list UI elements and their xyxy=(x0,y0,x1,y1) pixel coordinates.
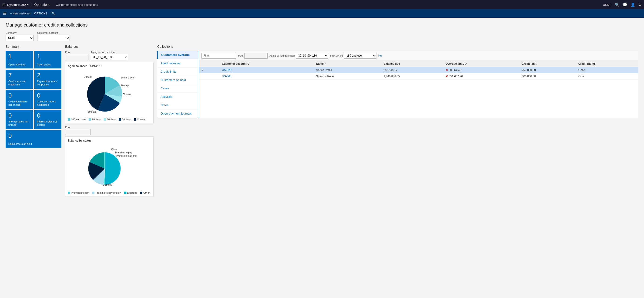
pool2-input[interactable] xyxy=(65,129,91,135)
legend-label-current: Current xyxy=(137,118,146,121)
balances-aging-select[interactable]: 30_60_90_180 30_60_90 60_90_180 xyxy=(91,54,128,60)
brand-chevron-icon[interactable]: ▾ xyxy=(27,4,28,6)
tile-sales-orders-on-hold[interactable]: 0 Sales orders on hold xyxy=(6,130,62,148)
tile-open-activities-number: 1 xyxy=(8,53,30,59)
label-promised: Promised to pay xyxy=(115,151,132,154)
balances-pool-group: Pool xyxy=(65,51,88,60)
brand-logo[interactable]: Dynamics 365 ▾ xyxy=(7,3,28,7)
legend-dot-other xyxy=(140,192,142,194)
collections-table-area: Pool Aging period definition 30_60_90_18… xyxy=(199,51,638,118)
hamburger-icon[interactable]: ☰ xyxy=(3,11,6,16)
tile-customers-over-credit[interactable]: 7 Customers over credit limit xyxy=(6,70,33,89)
pie-segment-promised xyxy=(104,152,121,185)
pool2-filter-group: Pool xyxy=(65,126,154,135)
col-credit-rating[interactable]: Credit rating xyxy=(576,61,638,67)
options-button[interactable]: OPTIONS xyxy=(34,12,48,15)
row-credit-limit-us023: 250,000.00 xyxy=(520,67,576,73)
aged-balances-pie-container: 180 and over 90 days 60 days 30 days Cur… xyxy=(68,70,151,116)
collections-aging-select[interactable]: 30_60_90_180 30_60_90 xyxy=(296,53,328,59)
row-overdue-us023: ✕ 30,064.49 xyxy=(443,67,520,73)
label-broken: Promise to pay broken xyxy=(116,155,137,157)
collections-aging-group: Aging period definition 30_60_90_180 30_… xyxy=(270,53,328,59)
col-name[interactable]: Name ↑ xyxy=(314,61,381,67)
tile-open-cases[interactable]: 1 Open cases xyxy=(34,51,62,69)
company-label: Company xyxy=(6,32,34,34)
label-other: Other xyxy=(111,148,117,151)
customer-account-select[interactable] xyxy=(37,35,70,41)
legend-dot-current xyxy=(134,118,136,121)
tile-collection-letters-not-printed[interactable]: 0 Collection letters not printed xyxy=(6,90,33,109)
nav-item-cases[interactable]: Cases xyxy=(157,84,199,93)
nav-item-open-payment-journals[interactable]: Open payment journals xyxy=(157,109,199,118)
summary-tiles-grid: 1 Open activities 1 Open cases 7 Custome… xyxy=(6,51,62,148)
legend-dot-broken xyxy=(92,192,94,194)
legend-promise-broken: Promise to pay broken xyxy=(92,191,121,194)
collections-filter-input[interactable] xyxy=(202,53,236,59)
nav-item-activities[interactable]: Activities xyxy=(157,93,199,101)
collections-aging-label: Aging period definition xyxy=(270,54,295,57)
chat-icon[interactable]: 💬 xyxy=(622,3,627,7)
table-header-row: Customer account ▽ Name ↑ Balance due Ov… xyxy=(199,61,638,67)
tile-clnp-number: 0 xyxy=(8,92,30,99)
tile-payment-journals[interactable]: 2 Payment journals not posted xyxy=(34,70,62,89)
row-account-us023[interactable]: US-023 xyxy=(220,67,314,73)
col-overdue-amount[interactable]: Overdue am... ▽ xyxy=(443,61,520,67)
grid-icon[interactable]: ⊞ xyxy=(2,3,5,7)
tile-clnpost-number: 0 xyxy=(37,92,59,99)
collections-pool-input[interactable] xyxy=(244,53,268,59)
label-60days: 60 days xyxy=(123,93,131,96)
row-account-us008[interactable]: US-008 xyxy=(220,73,314,80)
customer-account-link-us008[interactable]: US-008 xyxy=(222,75,232,78)
nav-item-customers-overdue[interactable]: Customers overdue xyxy=(157,51,199,59)
table-row[interactable]: ✓ US-023 Shrike Retail 299,915.12 ✕ 30,0… xyxy=(199,67,638,73)
search-icon[interactable]: 🔍 xyxy=(615,3,619,7)
settings-icon[interactable]: ⚙ xyxy=(638,3,642,7)
balances-pool-input[interactable] xyxy=(65,54,88,60)
col-balance-due[interactable]: Balance due xyxy=(381,61,443,67)
legend-dot-30days xyxy=(119,118,121,121)
collections-first-period-select[interactable]: 180 and over 90 days 60 days 30 days xyxy=(344,53,376,59)
nav-item-customers-on-hold[interactable]: Customers on hold xyxy=(157,76,199,84)
user-icon[interactable]: 👤 xyxy=(630,3,635,7)
collections-filters: Pool Aging period definition 30_60_90_18… xyxy=(199,51,638,61)
collections-pool-group: Pool xyxy=(238,53,268,59)
legend-label-promised: Promised to pay xyxy=(71,191,89,194)
top-nav-right: USMF 🔍 💬 👤 ⚙ xyxy=(603,3,642,7)
nav-item-notes[interactable]: Notes xyxy=(157,101,199,109)
col-credit-limit[interactable]: Credit limit xyxy=(520,61,576,67)
label-90days: 90 days xyxy=(121,84,129,87)
company-select[interactable]: USMF xyxy=(6,35,34,41)
tile-open-activities[interactable]: 1 Open activities xyxy=(6,51,33,69)
tile-interest-notes-not-posted[interactable]: 0 Interest notes not posted xyxy=(34,110,62,129)
table-row[interactable]: US-008 Sparrow Retail 1,446,846.65 ✕ 551… xyxy=(199,73,638,80)
legend-promised: Promised to pay xyxy=(68,191,89,194)
secondary-search-icon[interactable]: 🔍 xyxy=(52,12,55,15)
nav-item-aged-balances[interactable]: Aged balances xyxy=(157,59,199,68)
row-check-us008 xyxy=(199,73,220,80)
new-button-label[interactable]: Ne xyxy=(378,54,382,57)
page-title: Manage customer credit and collections xyxy=(6,22,638,28)
collections-section: Collections Customers overdue Aged balan… xyxy=(157,45,638,118)
tile-clnpost-label: Collection letters not posted xyxy=(37,100,59,107)
legend-label-90days: 90 days xyxy=(92,118,101,121)
legend-dot-90days xyxy=(89,118,91,121)
col-customer-account[interactable]: Customer account ▽ xyxy=(220,61,314,67)
page-breadcrumb: Customer credit and collections xyxy=(56,3,98,7)
legend-180over: 180 and over xyxy=(68,118,86,121)
collections-layout: Customers overdue Aged balances Credit l… xyxy=(157,51,638,118)
tile-collection-letters-not-posted[interactable]: 0 Collection letters not posted xyxy=(34,90,62,109)
row-balance-us023: 299,915.12 xyxy=(381,67,443,73)
tile-clnp-label: Collection letters not printed xyxy=(8,100,30,107)
summary-section: Summary 1 Open activities 1 Open cases 7… xyxy=(6,45,62,148)
nav-item-credit-limits[interactable]: Credit limits xyxy=(157,68,199,76)
new-customer-button[interactable]: + New customer xyxy=(10,12,30,15)
legend-label-disputed: Disputed xyxy=(127,191,137,194)
balances-pool-label: Pool xyxy=(65,51,88,54)
tile-interest-notes-not-printed[interactable]: 0 Interest notes not printed xyxy=(6,110,33,129)
main-content: Manage customer credit and collections C… xyxy=(0,18,644,298)
row-check-us023: ✓ xyxy=(199,67,220,73)
balance-status-legend: Promised to pay Promise to pay broken Di… xyxy=(68,191,151,194)
customer-account-link-us023[interactable]: US-023 xyxy=(222,69,232,72)
aged-balances-title: Aged balances - 1/21/2016 xyxy=(68,65,151,68)
company-filter-group: Company USMF xyxy=(6,32,34,41)
